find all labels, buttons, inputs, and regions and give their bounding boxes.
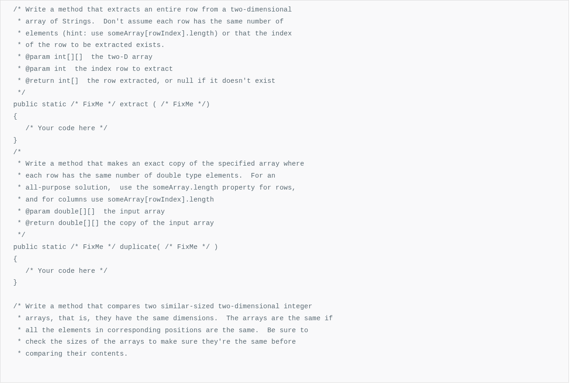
code-content: /* Write a method that extracts an entir… [5,4,564,360]
code-block: /* Write a method that extracts an entir… [0,0,569,383]
